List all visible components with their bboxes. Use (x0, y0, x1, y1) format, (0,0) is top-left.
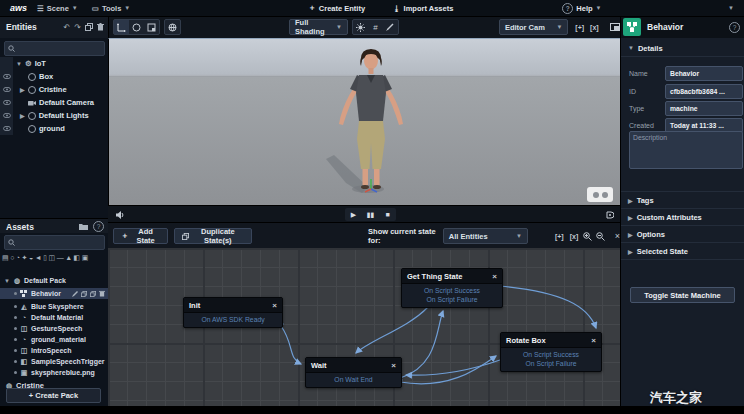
grid-icon[interactable]: # (368, 20, 383, 34)
close-icon[interactable]: × (492, 272, 497, 281)
import-assets-button[interactable]: ⭳ Import Assets (393, 3, 453, 13)
camera-dropdown[interactable]: Editor Cam ▼ (499, 19, 568, 35)
close-icon[interactable]: × (591, 336, 596, 345)
pause-button[interactable]: ▮▮ (363, 209, 378, 220)
tags-section-header[interactable]: ▶ Tags (621, 191, 744, 209)
eye-icon[interactable] (2, 83, 11, 96)
name-value[interactable]: Behavior (665, 66, 743, 81)
tree-item-default-lights[interactable]: ▶ Default Lights (20, 109, 115, 122)
shading-dropdown[interactable]: Full Shading ▼ (289, 19, 348, 35)
chevron-down-icon[interactable]: ▼ (16, 61, 22, 67)
statemachine-filter-icon[interactable]: ◧ (74, 254, 81, 262)
help-menu[interactable]: ? Help ▼ (562, 3, 601, 14)
asset-item-samplespeechtrigger[interactable]: ◧ SampleSpeechTrigger (0, 356, 108, 367)
add-state-button[interactable]: ＋ Add State (113, 228, 168, 244)
image-filter-icon[interactable]: ▣ (82, 254, 89, 262)
frame-selected-icon[interactable]: [+] (572, 24, 587, 31)
custom-attributes-section-header[interactable]: ▶ Custom Attributes (621, 209, 744, 226)
state-node-init[interactable]: Init × On AWS SDK Ready (183, 297, 283, 328)
redo-icon[interactable]: ↷ (74, 23, 81, 32)
zoom-out-icon[interactable] (594, 229, 607, 243)
audio-filter-icon[interactable]: ◄ (35, 254, 42, 261)
create-entity-button[interactable]: ＋ Create Entity (308, 3, 365, 13)
state-event[interactable]: On Script Success (505, 350, 597, 359)
frame-all-icon[interactable]: [x] (567, 233, 582, 240)
eye-icon[interactable] (2, 96, 11, 109)
toggle-state-machine-button[interactable]: Toggle State Machine (630, 287, 735, 303)
state-event[interactable]: On Wait End (310, 375, 397, 384)
state-node-rotate-box[interactable]: Rotate Box × On Script Success On Script… (500, 332, 602, 372)
tools-menu[interactable]: ▭ Tools ▼ (92, 4, 131, 13)
collapse-caret-icon[interactable]: ▼ (728, 5, 734, 11)
eye-icon[interactable] (2, 122, 11, 135)
viewport-3d[interactable] (108, 38, 621, 206)
id-value[interactable]: cfb8acbfb3684 ... (665, 84, 743, 99)
vr-mode-button[interactable] (587, 187, 613, 202)
state-event[interactable]: On AWS SDK Ready (188, 315, 278, 324)
options-section-header[interactable]: ▶ Options (621, 226, 744, 243)
state-event[interactable]: On Script Failure (505, 359, 597, 368)
tree-item-iot[interactable]: ▼ ⚙ IoT (16, 57, 111, 70)
play-button[interactable]: ▶ (346, 209, 361, 220)
asset-item-behavior[interactable]: Behavior (0, 288, 108, 299)
chevron-down-icon[interactable]: ▼ (4, 278, 10, 284)
frame-selected-icon[interactable]: [+] (552, 233, 567, 240)
state-event[interactable]: On Script Success (406, 286, 498, 295)
entities-search-input[interactable] (18, 44, 92, 53)
state-node-wait[interactable]: Wait × On Wait End (305, 357, 402, 388)
rotate-tool-icon[interactable] (129, 20, 144, 34)
entity-filter-dropdown[interactable]: All Entities ▼ (443, 228, 528, 244)
scene-menu[interactable]: ☰ Scene ▼ (37, 4, 78, 13)
world-local-icon[interactable] (165, 20, 180, 34)
duplicate-states-button[interactable]: Duplicate State(s) (174, 228, 252, 244)
assets-search-input[interactable] (18, 238, 92, 247)
asset-item-skysphereblue[interactable]: ▣ skysphereblue.png (0, 367, 108, 378)
draw-mode-icon[interactable] (383, 20, 398, 34)
skybox-filter-icon[interactable]: ▲ (65, 254, 72, 261)
selected-state-section-header[interactable]: ▶ Selected State (621, 243, 744, 260)
frame-all-icon[interactable]: [x] (587, 24, 602, 31)
avatar-cristine[interactable] (326, 47, 416, 205)
chevron-right-icon[interactable]: ▶ (20, 86, 25, 93)
animation-filter-icon[interactable]: ✦ (22, 254, 28, 262)
asset-item-gesturespeech[interactable]: ◫ GestureSpeech (0, 323, 108, 334)
tree-item-cristine[interactable]: ▶ Cristine (20, 83, 115, 96)
type-value[interactable]: machine (665, 101, 743, 116)
chevron-right-icon[interactable]: ▶ (20, 112, 25, 119)
copy-icon[interactable] (90, 290, 96, 297)
headset-icon[interactable] (606, 211, 614, 219)
asset-item-blue-skysphere[interactable]: ◭ Blue Skysphere (0, 301, 108, 312)
duplicate-icon[interactable] (85, 23, 93, 31)
material-filter-icon[interactable]: ◔ (16, 254, 20, 261)
asset-pack-default[interactable]: ▼ ◍ Default Pack (0, 275, 108, 286)
state-machine-graph[interactable]: Init × On AWS SDK Ready Get Thing State … (108, 248, 620, 406)
eye-icon[interactable] (2, 109, 11, 122)
state-event[interactable]: On Script Failure (406, 295, 498, 304)
stop-button[interactable]: ■ (380, 209, 395, 220)
zoom-in-icon[interactable] (581, 229, 594, 243)
close-icon[interactable]: × (391, 361, 396, 370)
edit-pencil-icon[interactable] (72, 290, 78, 297)
asset-item-default-material[interactable]: ◔ Default Material (0, 312, 108, 323)
asset-item-introspeech[interactable]: ◫ IntroSpeech (0, 345, 108, 356)
camera-filter-icon[interactable]: ▤ (2, 254, 9, 262)
description-textarea[interactable] (629, 131, 743, 169)
eye-icon[interactable] (2, 70, 11, 83)
volume-icon[interactable] (116, 211, 125, 219)
help-icon[interactable]: ? (729, 22, 740, 33)
script-filter-icon[interactable]: ▯ (43, 254, 47, 262)
mesh-filter-icon[interactable]: ◒ (29, 254, 33, 261)
info-icon[interactable]: ? (93, 221, 104, 232)
close-icon[interactable]: × (272, 301, 277, 310)
trash-icon[interactable] (99, 290, 105, 297)
entity-filter-icon[interactable]: ○ (10, 254, 14, 261)
duplicate-icon[interactable] (81, 290, 87, 297)
scale-tool-icon[interactable] (144, 20, 159, 34)
entities-search[interactable] (4, 41, 105, 56)
state-node-get-thing-state[interactable]: Get Thing State × On Script Success On S… (401, 268, 503, 308)
translate-tool-icon[interactable] (114, 20, 129, 34)
trash-icon[interactable] (97, 23, 104, 31)
speech-filter-icon[interactable]: ◫ (49, 254, 56, 262)
asset-item-ground-material[interactable]: ◔ ground_material (0, 334, 108, 345)
folder-icon[interactable] (79, 223, 88, 230)
